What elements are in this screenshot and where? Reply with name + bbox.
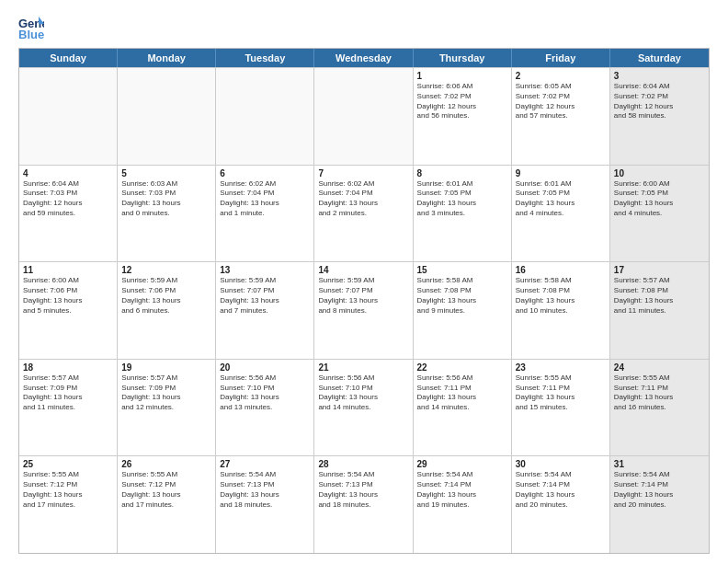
cell-info: Sunrise: 5:55 AM Sunset: 7:11 PM Dayligh… [516,373,606,413]
cell-info: Sunrise: 5:54 AM Sunset: 7:14 PM Dayligh… [417,470,507,510]
day-number: 29 [417,459,507,469]
day-number: 24 [614,362,705,373]
day-number: 22 [417,362,507,373]
day-number: 30 [516,459,606,469]
calendar-cell-1-1: 5Sunrise: 6:03 AM Sunset: 7:03 PM Daylig… [118,166,216,262]
calendar-cell-1-3: 7Sunrise: 6:02 AM Sunset: 7:04 PM Daylig… [314,166,413,262]
calendar: SundayMondayTuesdayWednesdayThursdayFrid… [18,48,710,554]
calendar-cell-1-4: 8Sunrise: 6:01 AM Sunset: 7:05 PM Daylig… [414,166,512,262]
day-number: 31 [614,459,705,469]
calendar-cell-4-4: 29Sunrise: 5:54 AM Sunset: 7:14 PM Dayli… [414,456,512,553]
header-day-saturday: Saturday [610,49,709,67]
cell-info: Sunrise: 6:04 AM Sunset: 7:03 PM Dayligh… [23,179,113,219]
day-number: 1 [417,71,507,81]
cell-info: Sunrise: 6:02 AM Sunset: 7:04 PM Dayligh… [318,179,408,219]
day-number: 20 [220,362,310,373]
logo-icon: General Blue [18,15,44,40]
cell-info: Sunrise: 5:54 AM Sunset: 7:13 PM Dayligh… [318,470,408,510]
day-number: 18 [23,362,113,373]
day-number: 5 [121,168,211,178]
calendar-row-3: 18Sunrise: 5:57 AM Sunset: 7:09 PM Dayli… [19,359,709,456]
calendar-cell-1-2: 6Sunrise: 6:02 AM Sunset: 7:04 PM Daylig… [216,166,314,262]
calendar-cell-0-1 [118,68,216,165]
day-number: 19 [121,362,211,373]
day-number: 13 [220,265,310,275]
cell-info: Sunrise: 5:58 AM Sunset: 7:08 PM Dayligh… [516,276,606,316]
cell-info: Sunrise: 6:00 AM Sunset: 7:06 PM Dayligh… [23,276,113,316]
cell-info: Sunrise: 5:56 AM Sunset: 7:10 PM Dayligh… [318,373,408,413]
cell-info: Sunrise: 5:57 AM Sunset: 7:09 PM Dayligh… [121,373,211,413]
page: General Blue SundayMondayTuesdayWednesda… [0,0,728,563]
cell-info: Sunrise: 6:02 AM Sunset: 7:04 PM Dayligh… [220,179,310,219]
cell-info: Sunrise: 5:54 AM Sunset: 7:13 PM Dayligh… [220,470,310,510]
day-number: 11 [23,265,113,275]
cell-info: Sunrise: 6:04 AM Sunset: 7:02 PM Dayligh… [614,82,705,121]
calendar-cell-2-2: 13Sunrise: 5:59 AM Sunset: 7:07 PM Dayli… [216,262,314,359]
calendar-cell-1-6: 10Sunrise: 6:00 AM Sunset: 7:05 PM Dayli… [610,166,709,262]
svg-text:Blue: Blue [18,28,44,40]
calendar-cell-4-0: 25Sunrise: 5:55 AM Sunset: 7:12 PM Dayli… [19,456,118,553]
calendar-cell-2-3: 14Sunrise: 5:59 AM Sunset: 7:07 PM Dayli… [314,262,413,359]
cell-info: Sunrise: 6:06 AM Sunset: 7:02 PM Dayligh… [417,82,507,121]
calendar-row-4: 25Sunrise: 5:55 AM Sunset: 7:12 PM Dayli… [19,455,709,553]
cell-info: Sunrise: 5:59 AM Sunset: 7:07 PM Dayligh… [220,276,310,316]
cell-info: Sunrise: 5:55 AM Sunset: 7:12 PM Dayligh… [121,470,211,510]
calendar-cell-4-1: 26Sunrise: 5:55 AM Sunset: 7:12 PM Dayli… [118,456,216,553]
day-number: 7 [318,168,408,178]
calendar-cell-2-0: 11Sunrise: 6:00 AM Sunset: 7:06 PM Dayli… [19,262,118,359]
calendar-cell-1-5: 9Sunrise: 6:01 AM Sunset: 7:05 PM Daylig… [512,166,610,262]
calendar-cell-4-3: 28Sunrise: 5:54 AM Sunset: 7:13 PM Dayli… [314,456,413,553]
cell-info: Sunrise: 5:56 AM Sunset: 7:11 PM Dayligh… [417,373,507,413]
cell-info: Sunrise: 5:58 AM Sunset: 7:08 PM Dayligh… [417,276,507,316]
calendar-cell-3-2: 20Sunrise: 5:56 AM Sunset: 7:10 PM Dayli… [216,360,314,456]
cell-info: Sunrise: 6:05 AM Sunset: 7:02 PM Dayligh… [516,82,606,121]
cell-info: Sunrise: 6:01 AM Sunset: 7:05 PM Dayligh… [417,179,507,219]
day-number: 25 [23,459,113,469]
calendar-header: SundayMondayTuesdayWednesdayThursdayFrid… [19,49,709,67]
day-number: 3 [614,71,705,81]
day-number: 15 [417,265,507,275]
cell-info: Sunrise: 5:59 AM Sunset: 7:07 PM Dayligh… [318,276,408,316]
calendar-cell-3-5: 23Sunrise: 5:55 AM Sunset: 7:11 PM Dayli… [512,360,610,456]
day-number: 23 [516,362,606,373]
calendar-cell-2-5: 16Sunrise: 5:58 AM Sunset: 7:08 PM Dayli… [512,262,610,359]
cell-info: Sunrise: 6:03 AM Sunset: 7:03 PM Dayligh… [121,179,211,219]
calendar-cell-1-0: 4Sunrise: 6:04 AM Sunset: 7:03 PM Daylig… [19,166,118,262]
calendar-cell-2-4: 15Sunrise: 5:58 AM Sunset: 7:08 PM Dayli… [414,262,512,359]
day-number: 4 [23,168,113,178]
day-number: 28 [318,459,408,469]
header-day-tuesday: Tuesday [216,49,314,67]
cell-info: Sunrise: 5:59 AM Sunset: 7:06 PM Dayligh… [121,276,211,316]
calendar-row-1: 4Sunrise: 6:04 AM Sunset: 7:03 PM Daylig… [19,165,709,262]
header-day-sunday: Sunday [19,49,118,67]
calendar-cell-0-6: 3Sunrise: 6:04 AM Sunset: 7:02 PM Daylig… [610,68,709,165]
calendar-cell-0-4: 1Sunrise: 6:06 AM Sunset: 7:02 PM Daylig… [414,68,512,165]
cell-info: Sunrise: 6:01 AM Sunset: 7:05 PM Dayligh… [516,179,606,219]
calendar-cell-3-6: 24Sunrise: 5:55 AM Sunset: 7:11 PM Dayli… [610,360,709,456]
header-day-wednesday: Wednesday [314,49,413,67]
day-number: 9 [516,168,606,178]
cell-info: Sunrise: 6:00 AM Sunset: 7:05 PM Dayligh… [614,179,705,219]
day-number: 27 [220,459,310,469]
day-number: 14 [318,265,408,275]
day-number: 12 [121,265,211,275]
logo: General Blue [18,15,48,40]
calendar-body: 1Sunrise: 6:06 AM Sunset: 7:02 PM Daylig… [19,67,709,553]
calendar-cell-3-1: 19Sunrise: 5:57 AM Sunset: 7:09 PM Dayli… [118,360,216,456]
calendar-cell-3-4: 22Sunrise: 5:56 AM Sunset: 7:11 PM Dayli… [414,360,512,456]
calendar-cell-0-5: 2Sunrise: 6:05 AM Sunset: 7:02 PM Daylig… [512,68,610,165]
calendar-cell-4-5: 30Sunrise: 5:54 AM Sunset: 7:14 PM Dayli… [512,456,610,553]
cell-info: Sunrise: 5:54 AM Sunset: 7:14 PM Dayligh… [614,470,705,510]
header-day-friday: Friday [512,49,610,67]
calendar-cell-4-6: 31Sunrise: 5:54 AM Sunset: 7:14 PM Dayli… [610,456,709,553]
calendar-cell-3-0: 18Sunrise: 5:57 AM Sunset: 7:09 PM Dayli… [19,360,118,456]
calendar-cell-4-2: 27Sunrise: 5:54 AM Sunset: 7:13 PM Dayli… [216,456,314,553]
cell-info: Sunrise: 5:55 AM Sunset: 7:12 PM Dayligh… [23,470,113,510]
cell-info: Sunrise: 5:54 AM Sunset: 7:14 PM Dayligh… [516,470,606,510]
day-number: 17 [614,265,705,275]
cell-info: Sunrise: 5:55 AM Sunset: 7:11 PM Dayligh… [614,373,705,413]
calendar-cell-3-3: 21Sunrise: 5:56 AM Sunset: 7:10 PM Dayli… [314,360,413,456]
day-number: 26 [121,459,211,469]
day-number: 2 [516,71,606,81]
cell-info: Sunrise: 5:56 AM Sunset: 7:10 PM Dayligh… [220,373,310,413]
